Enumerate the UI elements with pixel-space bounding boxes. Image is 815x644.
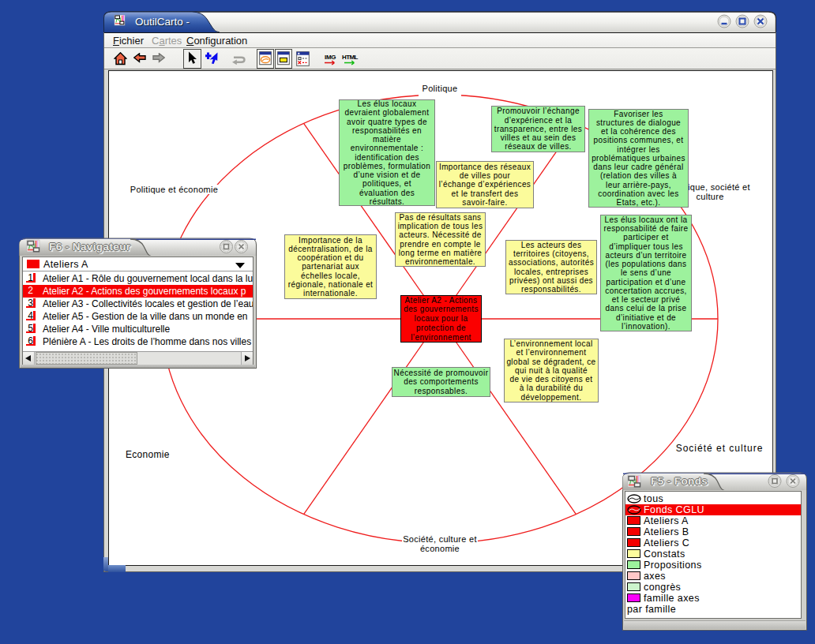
svg-text:IMG: IMG (325, 54, 336, 61)
svg-text:HTML: HTML (342, 54, 359, 61)
svg-text:OutilCarto -: OutilCarto - (135, 16, 190, 28)
